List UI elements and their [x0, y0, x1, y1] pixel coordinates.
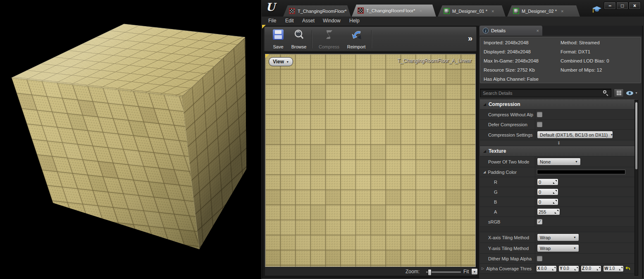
row-padding-color: ◢ Padding Color — [480, 167, 638, 177]
alpha-coverage-w-field[interactable]: W 1.0 — [603, 265, 624, 272]
close-button[interactable]: × — [629, 2, 641, 10]
row-power-of-two-mode: Power Of Two Mode None ▼ — [480, 156, 638, 167]
row-channel-g: G 0 — [480, 187, 638, 197]
chevron-down-icon: ▼ — [573, 247, 576, 250]
row-dither-mip-map-alpha: Dither Mip Map Alpha — [480, 254, 638, 264]
info-displayed: Displayed: 2048x2048 — [484, 49, 531, 54]
texture-viewport[interactable]: View ▼ T_ChangingRoomFloor_A_Linear — [265, 54, 476, 267]
tab-close-icon[interactable]: × — [491, 9, 494, 14]
menu-file[interactable]: File — [268, 18, 276, 24]
section-texture[interactable]: ◢ Texture — [480, 146, 638, 156]
search-row: ▼ — [480, 89, 641, 98]
section-expanded-icon: ◢ — [483, 149, 486, 153]
channel-b-field[interactable]: 0 — [537, 198, 558, 205]
value-slider-icon — [553, 200, 557, 204]
value-slider-icon — [553, 190, 557, 194]
info-lod-bias: Combined LOD Bias: 0 — [561, 58, 609, 63]
compression-settings-dropdown[interactable]: Default (DXT1/5, BC1/3 on DX11) ▼ — [537, 131, 613, 139]
tab-m-designer-02[interactable]: M_Designer_02 * × — [507, 5, 580, 17]
tab-label: T_ChangingRoomFloor* — [366, 8, 415, 13]
padding-color-swatch[interactable] — [537, 170, 625, 174]
menu-bar: File Edit Asset Window Help — [262, 17, 644, 26]
collapsed-arrow-icon[interactable]: ▷ — [482, 267, 484, 270]
toolbar-separator — [312, 30, 312, 48]
compress-without-alpha-checkbox[interactable] — [537, 112, 542, 117]
tab-label: T_ChangingRoomFloor* — [298, 9, 347, 14]
reset-to-default-icon[interactable] — [625, 266, 630, 271]
toolbar: Save Browse Compress — [264, 26, 477, 51]
tab-close-icon[interactable]: × — [420, 8, 422, 13]
material-asset-icon — [513, 8, 519, 14]
zoom-slider[interactable] — [426, 272, 461, 273]
srgb-checkbox-checked[interactable]: ✓ — [537, 219, 542, 224]
advanced-expander[interactable]: ▼ ▼ — [480, 140, 638, 146]
zoom-fit-label: Fit — [463, 269, 469, 274]
minimize-button[interactable]: − — [604, 2, 616, 10]
menu-window[interactable]: Window — [323, 18, 341, 24]
unreal-logo-icon: U — [266, 1, 278, 15]
chevron-down-icon: ▼ — [473, 270, 476, 273]
menu-help[interactable]: Help — [349, 18, 360, 24]
expand-arrow-icon[interactable]: ◢ — [483, 170, 486, 174]
details-tab[interactable]: i Details × — [479, 26, 542, 36]
x-axis-tiling-dropdown[interactable]: Wrap ▼ — [537, 233, 579, 241]
tab-t-changingroomfloor-2-active[interactable]: T_ChangingRoomFloor* × — [352, 5, 436, 17]
reimport-button[interactable]: Reimport — [344, 29, 369, 49]
save-button[interactable]: Save — [267, 29, 289, 49]
menu-edit[interactable]: Edit — [285, 18, 294, 24]
channel-g-field[interactable]: 0 — [537, 188, 558, 195]
zoom-slider-thumb[interactable] — [428, 269, 432, 276]
tutorial-graduation-cap-icon[interactable] — [592, 5, 602, 16]
view-options-button[interactable]: ▼ — [626, 89, 640, 96]
alpha-coverage-x-field[interactable]: X 0.0 — [536, 265, 557, 272]
row-x-axis-tiling: X-axis Tiling Method Wrap ▼ — [480, 232, 638, 243]
info-method: Method: Streamed — [561, 40, 600, 45]
maximize-button[interactable]: □ — [616, 2, 628, 10]
texture-asset-icon — [358, 7, 364, 14]
channel-r-field[interactable]: 0 — [537, 178, 558, 185]
details-scrollbar-thumb[interactable] — [635, 102, 637, 169]
alpha-coverage-z-field[interactable]: Z 0.0 — [581, 265, 601, 272]
texture-info-box: Imported: 2048x2048 Displayed: 2048x2048… — [480, 37, 641, 83]
defer-compression-checkbox[interactable] — [537, 122, 542, 127]
row-alpha-coverage-thresholds: ▷ Alpha Coverage Thres X 0.0 Y 0.0 — [480, 264, 638, 274]
compress-button-disabled: Compress — [317, 29, 341, 49]
zoom-fit-dropdown[interactable]: ▼ — [471, 268, 478, 275]
chevron-down-icon: ▼ — [573, 236, 576, 239]
power-of-two-mode-dropdown[interactable]: None ▼ — [537, 158, 581, 166]
info-max-ingame: Max In-Game: 2048x2048 — [484, 58, 539, 63]
y-axis-tiling-dropdown[interactable]: Wrap ▼ — [537, 244, 579, 252]
details-info-icon: i — [483, 28, 489, 34]
property-matrix-button[interactable] — [614, 89, 624, 97]
tab-t-changingroomfloor-1[interactable]: T_ChangingRoomFloor* × — [283, 5, 351, 17]
dither-mip-map-alpha-checkbox[interactable] — [537, 256, 542, 261]
details-tab-close-icon[interactable]: × — [537, 28, 539, 33]
browse-button[interactable]: Browse — [288, 29, 310, 49]
search-details-input[interactable] — [480, 89, 611, 97]
search-icon — [603, 90, 606, 94]
details-panel: i Details × Imported: 2048x2048 Displaye… — [479, 26, 642, 279]
value-slider-icon — [575, 267, 578, 270]
view-dropdown-button[interactable]: View ▼ — [269, 57, 293, 66]
viewport-status-bar: Zoom: Fit ▼ — [265, 267, 476, 276]
info-alpha-channel: Has Alpha Channel: False — [484, 77, 539, 82]
texture-2d-view — [265, 54, 476, 267]
details-scrollbar[interactable] — [634, 100, 638, 276]
info-imported: Imported: 2048x2048 — [484, 40, 529, 45]
title-bar[interactable]: U T_ChangingRoomFloor* × T_ChangingRoomF… — [262, 0, 644, 17]
texture-3d-preview[interactable] — [0, 0, 261, 279]
toolbar-overflow-chevron[interactable]: » — [468, 34, 472, 43]
chevron-down-icon: ▼ — [635, 91, 638, 94]
channel-a-field[interactable]: 255 — [537, 208, 560, 215]
chevron-down-icon: ▼ — [610, 133, 613, 136]
tab-close-icon[interactable]: × — [561, 9, 563, 14]
alpha-coverage-y-field[interactable]: Y 0.0 — [558, 265, 579, 272]
row-spacer — [480, 227, 638, 232]
section-compression[interactable]: ◢ Compression — [480, 99, 638, 110]
row-compress-without-alpha: Compress Without Alp — [480, 110, 638, 120]
screen: U T_ChangingRoomFloor* × T_ChangingRoomF… — [0, 0, 644, 279]
tab-m-designer-01[interactable]: M_Designer_01 * × — [438, 5, 506, 17]
menu-asset[interactable]: Asset — [302, 18, 315, 24]
tab-close-icon[interactable]: × — [351, 9, 353, 14]
active-panel-corner-flag — [262, 25, 266, 29]
